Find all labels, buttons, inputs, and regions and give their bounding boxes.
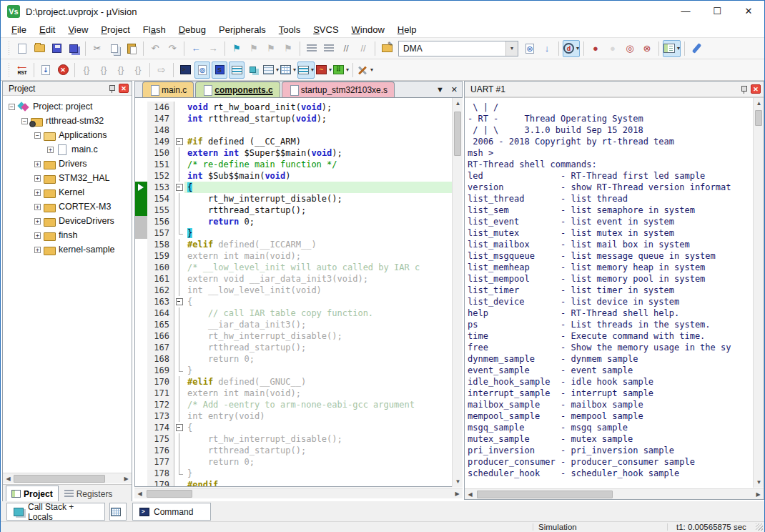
- serial-window-1-button[interactable]: [229, 61, 245, 79]
- step-out-button[interactable]: {}: [113, 61, 129, 79]
- expand-icon[interactable]: +: [34, 161, 41, 167]
- close-file-icon[interactable]: ✕: [451, 85, 458, 94]
- panel-tab-project[interactable]: Project: [6, 486, 59, 502]
- open-file-button[interactable]: [31, 40, 47, 57]
- tab-list-dropdown-icon[interactable]: ▼: [436, 85, 444, 94]
- uncomment-selection-button[interactable]: //: [355, 40, 371, 57]
- fold-collapse-icon[interactable]: [174, 182, 184, 193]
- menu-project[interactable]: Project: [94, 22, 137, 37]
- dropdown-arrow-icon[interactable]: ▾: [677, 45, 680, 51]
- memory-window-button[interactable]: ▾: [280, 61, 296, 79]
- editor-tab-startup-stm32f103xe-s[interactable]: startup_stm32f103xe.s: [282, 82, 395, 97]
- menu-svcs[interactable]: SVCS: [307, 22, 345, 37]
- dropdown-arrow-icon[interactable]: ▾: [576, 45, 579, 51]
- expand-icon[interactable]: +: [47, 147, 54, 153]
- clear-bookmarks-button[interactable]: ⚑: [280, 40, 296, 57]
- unindent-button[interactable]: [304, 40, 320, 57]
- step-over-button[interactable]: {}: [96, 61, 112, 79]
- memory-dock-button[interactable]: [109, 503, 127, 521]
- expand-icon[interactable]: +: [34, 189, 41, 196]
- close-button[interactable]: ✕: [733, 1, 764, 22]
- command-window-button[interactable]: >: [177, 61, 193, 79]
- dropdown-arrow-icon[interactable]: ▾: [329, 66, 332, 73]
- copy-button[interactable]: [107, 40, 122, 57]
- cut-button[interactable]: ✂: [89, 40, 105, 57]
- code-editor[interactable]: 146void rt_hw_board_init(void);147int rt…: [134, 98, 463, 487]
- tree-item-kernel-sample[interactable]: +kernel-sample: [3, 242, 132, 257]
- call-stack-tab[interactable]: Call Stack + Locals: [6, 503, 105, 521]
- editor-tab-main-c[interactable]: main.c: [142, 82, 194, 97]
- insert-bookmark-button[interactable]: ⚑: [229, 40, 245, 57]
- tree-item-rtthread-stm32[interactable]: −rtthread-stm32: [3, 114, 132, 128]
- menu-window[interactable]: Window: [345, 22, 391, 37]
- analysis-window-button[interactable]: [246, 61, 262, 79]
- editor-tab-components-c[interactable]: components.c: [195, 82, 280, 97]
- fold-collapse-icon[interactable]: [174, 422, 184, 433]
- tree-item-applications[interactable]: −Applications: [3, 128, 132, 142]
- menu-debug[interactable]: Debug: [172, 22, 212, 37]
- next-bookmark-button[interactable]: ⚑: [263, 40, 279, 57]
- previous-bookmark-button[interactable]: ⚑: [246, 40, 262, 57]
- tree-item-cortex-m3[interactable]: +CORTEX-M3: [3, 200, 132, 214]
- collapse-icon[interactable]: −: [34, 132, 41, 139]
- resize-grip[interactable]: [756, 523, 763, 531]
- maximize-button[interactable]: ☐: [701, 1, 733, 22]
- tree-item-project-project[interactable]: −Project: project: [3, 99, 132, 114]
- uart-vscrollbar[interactable]: ▲ ▼: [753, 98, 764, 488]
- combo-dropdown-icon[interactable]: ▾: [505, 41, 518, 56]
- dropdown-arrow-icon[interactable]: ▾: [293, 66, 296, 73]
- toggle-breakpoint-button[interactable]: ●: [588, 40, 603, 57]
- new-file-button[interactable]: [14, 40, 30, 57]
- collapse-icon[interactable]: −: [21, 118, 28, 124]
- menu-peripherals[interactable]: Peripherals: [212, 22, 272, 37]
- dropdown-arrow-icon[interactable]: ▾: [311, 66, 314, 73]
- dropdown-arrow-icon[interactable]: ▾: [370, 66, 373, 73]
- expand-icon[interactable]: +: [34, 204, 41, 210]
- undo-button[interactable]: ↶: [147, 40, 163, 57]
- window-layout-button[interactable]: ▾: [663, 40, 681, 57]
- configure-target-button[interactable]: [688, 40, 704, 57]
- serial-windows-button[interactable]: ▾: [297, 61, 315, 79]
- menu-file[interactable]: File: [5, 22, 33, 37]
- pin-icon[interactable]: [739, 85, 748, 94]
- menu-help[interactable]: Help: [391, 22, 423, 37]
- lookup-symbol-button[interactable]: d▾: [563, 40, 580, 57]
- expand-icon[interactable]: +: [34, 175, 41, 182]
- dropdown-arrow-icon[interactable]: ▾: [346, 66, 349, 73]
- run-to-line-button[interactable]: {}: [130, 61, 146, 79]
- menu-tools[interactable]: Tools: [272, 22, 307, 37]
- tree-item-kernel[interactable]: +Kernel: [3, 185, 132, 200]
- expand-icon[interactable]: +: [34, 218, 41, 225]
- tree-item-devicedrivers[interactable]: +DeviceDrivers: [3, 214, 132, 228]
- disable-breakpoint-button[interactable]: ●: [605, 40, 621, 57]
- command-tab[interactable]: > Command: [132, 503, 211, 521]
- show-next-statement-button[interactable]: ⇨: [154, 61, 169, 79]
- save-button[interactable]: [49, 40, 64, 57]
- navigate-forward-button[interactable]: →: [205, 40, 221, 57]
- system-viewer-button[interactable]: ⠿▾: [333, 61, 349, 79]
- indent-button[interactable]: [321, 40, 337, 57]
- uart-hscrollbar[interactable]: ◀▶: [465, 488, 764, 499]
- comment-selection-button[interactable]: //: [338, 40, 354, 57]
- step-into-button[interactable]: {}: [79, 61, 94, 79]
- save-all-button[interactable]: [66, 40, 82, 57]
- navigate-back-button[interactable]: ←: [188, 40, 204, 57]
- kill-all-breakpoints-button[interactable]: ⊗: [639, 40, 655, 57]
- fold-collapse-icon[interactable]: [174, 296, 184, 307]
- run-button[interactable]: ⇣: [38, 61, 54, 79]
- search-combo-input[interactable]: DMA▾: [398, 41, 518, 56]
- logic-analyzer-button[interactable]: ~▾: [316, 61, 332, 79]
- expand-icon[interactable]: +: [34, 247, 41, 253]
- disable-all-breakpoints-button[interactable]: ◎: [622, 40, 638, 57]
- find-button[interactable]: ◎: [522, 40, 538, 57]
- tree-item-main-c[interactable]: +main.c: [3, 142, 132, 157]
- expand-icon[interactable]: +: [34, 232, 41, 239]
- incremental-find-button[interactable]: ↓: [539, 40, 555, 57]
- dropdown-arrow-icon[interactable]: ▾: [276, 66, 279, 73]
- toolbox-button[interactable]: ▾: [357, 61, 373, 79]
- editor-hscrollbar[interactable]: ◀▶: [134, 488, 463, 498]
- project-hscrollbar[interactable]: ◀▶: [3, 473, 132, 483]
- minimize-button[interactable]: —: [670, 1, 701, 22]
- panel-tab-registers[interactable]: Registers: [59, 486, 119, 502]
- tree-item-finsh[interactable]: +finsh: [3, 228, 132, 242]
